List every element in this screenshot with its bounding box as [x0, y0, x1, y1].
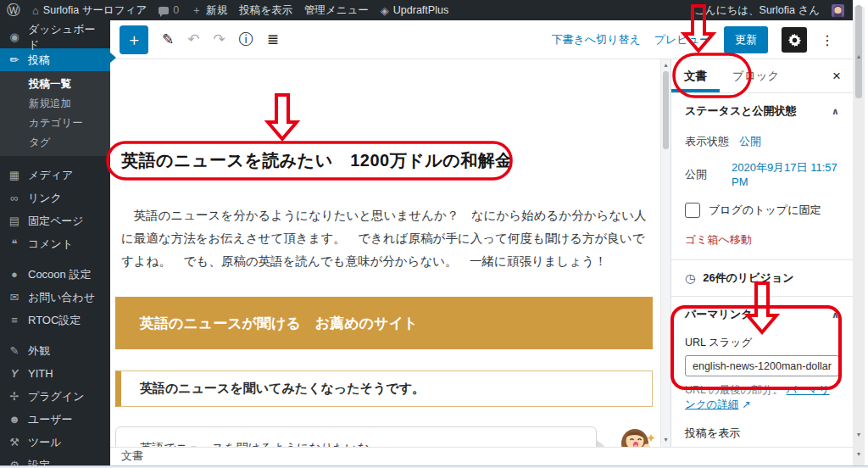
submenu-item-post-list[interactable]: 投稿一覧 — [0, 74, 110, 93]
howdy-menu[interactable]: こんにちは、Surlofia さん — [694, 3, 820, 18]
admin-bar-right: こんにちは、Surlofia さん — [694, 3, 844, 18]
sidebar-item-plugins[interactable]: ✢ プラグイン — [0, 385, 110, 408]
more-options-icon[interactable]: ⋮ — [821, 32, 834, 48]
speech-bubble-block[interactable]: 英語でニュースを聞けるようになりたいな。 — [115, 426, 660, 447]
sidebar-item-users[interactable]: ☻ ユーザー — [0, 408, 110, 431]
sidebar-item-tools[interactable]: ⚒ ツール — [0, 431, 110, 454]
section-title: ステータスと公開状態 — [685, 103, 797, 119]
sidebar-label: RTOC設定 — [28, 313, 81, 328]
sidebar-item-cocoon-settings[interactable]: ● Cocoon 設定 — [0, 263, 110, 286]
sidebar-item-dashboard[interactable]: ◉ ダッシュボード — [0, 25, 110, 48]
wordpress-logo-icon[interactable]: Ⓦ — [7, 2, 20, 20]
sidebar-label: ダッシュボード — [28, 22, 103, 53]
diamond-icon: ◈ — [381, 4, 389, 17]
chevron-up-icon[interactable]: ∧ — [832, 106, 839, 117]
admin-side-menu: ◉ ダッシュボード ✏ 投稿 投稿一覧 新規追加 カテゴリー タグ ▦ メディア… — [0, 20, 110, 468]
media-icon: ▦ — [8, 169, 21, 181]
block-inserter-button[interactable]: ＋ — [120, 25, 148, 54]
submenu-item-add-new[interactable]: 新規追加 — [0, 93, 110, 113]
settings-gear-button[interactable] — [782, 27, 807, 53]
sidebar-item-rtoc-settings[interactable]: ≡ RTOC設定 — [0, 309, 110, 332]
site-name-menu[interactable]: ⌂ Surlofia サーロフィア — [32, 3, 147, 18]
scrollbar-thumb[interactable] — [855, 5, 862, 98]
heading3-block[interactable]: 英語のニュースを聞いてみたくなったそうです。 — [115, 370, 653, 407]
tab-block[interactable]: ブロック — [720, 59, 792, 92]
tab-document[interactable]: 文書 — [671, 59, 720, 92]
view-post-menu[interactable]: 投稿を表示 — [239, 3, 292, 18]
sidebar-item-media[interactable]: ▦ メディア — [0, 164, 110, 187]
sidebar-label: コメント — [28, 237, 73, 252]
brush-icon: ✎ — [8, 344, 21, 357]
outline-icon[interactable]: ≣ — [267, 31, 279, 48]
details-info-icon[interactable]: ⓘ — [239, 30, 253, 49]
sidebar-label: プラグイン — [28, 389, 85, 404]
toolbar-right-group: 下書きへ切り替え プレビュー 更新 ⋮ — [552, 20, 834, 59]
tools-icon: ⚒ — [8, 436, 21, 448]
sidebar-label: メディア — [28, 168, 73, 183]
sidebar-label: リンク — [28, 191, 62, 206]
heading2-block[interactable]: 英語のニュースが聞ける お薦めのサイト — [115, 297, 653, 349]
sidebar-label: 外観 — [28, 343, 50, 359]
admin-bar-left: Ⓦ ⌂ Surlofia サーロフィア 0 ＋ 新規 投稿を表示 管理メニュー … — [7, 2, 448, 20]
panel-tabs: 文書 ブロック × — [671, 59, 853, 93]
scroll-up-arrow-icon[interactable]: ▴ — [661, 61, 670, 69]
status-visibility-section-header[interactable]: ステータスと公開状態 ∧ — [671, 93, 853, 129]
sidebar-item-links[interactable]: ∞ リンク — [0, 187, 110, 209]
sidebar-label: 投稿 — [28, 53, 50, 68]
gear-icon — [787, 33, 802, 47]
browser-scrollbar[interactable]: ▴ ▾ ▾ — [853, 0, 866, 468]
updraftplus-label: UpdraftPlus — [393, 4, 448, 16]
submenu-item-categories[interactable]: カテゴリー — [0, 113, 110, 132]
publish-row: 公開 2020年9月17日 11:57 PM — [671, 155, 853, 194]
user-avatar[interactable] — [832, 4, 844, 17]
revisions-row[interactable]: ◷ 26件のリビジョン — [671, 259, 853, 297]
close-panel-icon[interactable]: × — [821, 59, 853, 92]
editor-footer-bar: 文書 — [110, 447, 853, 465]
admin-menu-item[interactable]: 管理メニュー — [304, 3, 369, 18]
undo-icon[interactable]: ↶ — [187, 31, 199, 48]
switch-to-draft-button[interactable]: 下書きへ切り替え — [552, 32, 641, 47]
sticky-label: ブログのトップに固定 — [709, 203, 821, 218]
scroll-down-arrow-icon[interactable]: ▾ — [853, 431, 865, 438]
submenu-item-tags[interactable]: タグ — [0, 132, 110, 152]
sidebar-item-contact[interactable]: ✉ お問い合わせ — [0, 286, 110, 309]
permalink-section-header[interactable]: パーマリンク ∧ — [671, 297, 853, 332]
new-content-menu[interactable]: ＋ 新規 — [191, 3, 227, 18]
scroll-down-arrow-icon[interactable]: ▾ — [853, 450, 865, 458]
chevron-up-icon[interactable]: ∧ — [832, 309, 839, 320]
preview-button[interactable]: プレビュー — [654, 32, 710, 47]
scroll-down-arrow-icon[interactable]: ▾ — [661, 436, 670, 443]
sidebar-item-pages[interactable]: ▤ 固定ページ — [0, 209, 110, 232]
comments-menu[interactable]: 0 — [159, 4, 179, 16]
url-slug-input[interactable] — [685, 355, 839, 376]
speech-bubble-text[interactable]: 英語でニュースを聞けるようになりたいな。 — [115, 426, 597, 447]
sidebar-item-comments[interactable]: ❝ コメント — [0, 232, 110, 255]
sidebar-item-appearance[interactable]: ✎ 外観 — [0, 339, 110, 362]
edit-mode-pencil-icon[interactable]: ✎ — [162, 31, 174, 48]
update-button[interactable]: 更新 — [724, 26, 768, 53]
editor-canvas[interactable]: 英語のニュースを読みたい 1200万ドルの和解金 英語のニュースを分かるようにな… — [110, 59, 660, 447]
sidebar-label: Cocoon 設定 — [28, 267, 91, 282]
scroll-up-arrow-icon[interactable]: ▴ — [853, 53, 865, 60]
publish-date-link[interactable]: 2020年9月17日 11:57 PM — [732, 160, 839, 188]
scrollbar-thumb[interactable] — [663, 71, 669, 149]
heading3-text: 英語のニュースを聞いてみたくなったそうです。 — [140, 381, 425, 397]
post-paragraph[interactable]: 英語のニュースを分かるようになりたいと思いませんか？ なにから始めるか分からない… — [121, 204, 647, 273]
pushpin-icon: ✏ — [8, 53, 21, 66]
new-label: 新規 — [206, 3, 227, 18]
chain-icon: ∞ — [8, 192, 21, 204]
move-to-trash-button[interactable]: ゴミ箱へ移動 — [671, 223, 853, 259]
url-slug-label: URL スラッグ — [671, 332, 853, 355]
posts-submenu: 投稿一覧 新規追加 カテゴリー タグ — [0, 71, 110, 156]
view-post-label: 投稿を表示 — [671, 412, 853, 444]
circle-icon: ● — [8, 268, 21, 281]
editor-scrollbar[interactable]: ▴ ▾ — [660, 59, 670, 447]
post-title[interactable]: 英語のニュースを読みたい 1200万ドルの和解金 — [121, 149, 643, 172]
redo-icon[interactable]: ↷ — [214, 31, 225, 48]
external-link-icon: ↗ — [742, 398, 750, 410]
visibility-value-link[interactable]: 公開 — [739, 134, 761, 149]
updraftplus-menu[interactable]: ◈ UpdraftPlus — [381, 4, 448, 17]
sidebar-item-yith[interactable]: Y YITH — [0, 362, 110, 385]
sticky-checkbox[interactable] — [685, 203, 700, 218]
clock-icon: ◷ — [685, 271, 695, 285]
